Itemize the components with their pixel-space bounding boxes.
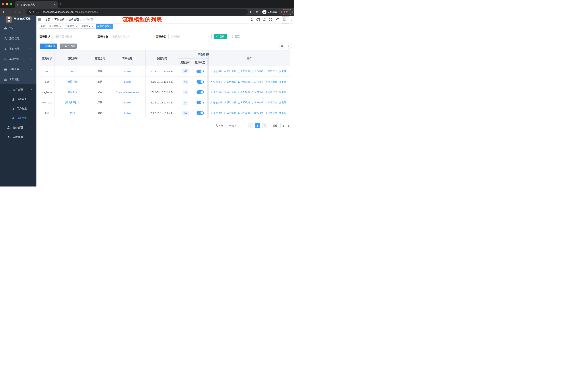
assign-rule-link[interactable]: 分配规则 bbox=[238, 91, 250, 94]
breadcrumb-item[interactable]: 工作流程 bbox=[54, 18, 64, 21]
design-process-link[interactable]: 设计流程 bbox=[224, 70, 236, 73]
process-id-input[interactable] bbox=[52, 34, 96, 39]
publish-process-link[interactable]: 发布流程 bbox=[251, 101, 263, 104]
close-tag-icon[interactable]: ✕ bbox=[110, 25, 112, 28]
sidebar-item-task-mgmt[interactable]: 任务管理 bbox=[0, 123, 36, 132]
model-name-link[interactable]: 滔博 bbox=[54, 108, 91, 118]
sidebar-item-infra[interactable]: 基础设施 bbox=[0, 54, 36, 64]
process-definition-link[interactable]: 流程定义 bbox=[265, 80, 277, 83]
breadcrumb-item[interactable]: 流程管理 bbox=[69, 18, 79, 21]
page-size-select[interactable]: 10条/页 bbox=[227, 123, 243, 128]
version-badge[interactable]: v5 bbox=[183, 90, 188, 94]
form-info-link[interactable]: biubiu bbox=[109, 97, 146, 108]
create-process-button[interactable]: 新建流程 bbox=[40, 43, 57, 49]
font-size-icon[interactable] bbox=[275, 18, 279, 21]
breadcrumb-item[interactable]: 首页 bbox=[45, 18, 50, 21]
process-definition-link[interactable]: 流程定义 bbox=[265, 111, 277, 115]
tab-close-icon[interactable]: ✕ bbox=[53, 3, 56, 6]
reload-button[interactable] bbox=[13, 10, 16, 13]
version-badge[interactable]: v17 bbox=[182, 69, 189, 73]
process-definition-link[interactable]: 流程定义 bbox=[265, 91, 277, 94]
active-toggle[interactable] bbox=[197, 70, 204, 73]
bookmark-star-icon[interactable] bbox=[256, 10, 259, 13]
model-name-link[interactable]: 测试多审批人 bbox=[54, 97, 91, 108]
delete-process-link[interactable]: 删除 bbox=[279, 70, 286, 73]
tag-process-form[interactable]: 流程表单✕ bbox=[80, 24, 95, 29]
edit-process-link[interactable]: 修改流程 bbox=[210, 80, 222, 83]
window-close-button[interactable] bbox=[2, 3, 4, 5]
search-button[interactable]: 搜索 bbox=[214, 34, 227, 39]
refresh-table-button[interactable] bbox=[287, 43, 292, 49]
browser-update-button[interactable]: 更新 bbox=[281, 9, 293, 15]
design-process-link[interactable]: 设计流程 bbox=[224, 101, 236, 104]
publish-process-link[interactable]: 发布流程 bbox=[251, 111, 263, 115]
close-tag-icon[interactable]: ✕ bbox=[75, 25, 77, 28]
category-select[interactable]: 流程分类 bbox=[168, 34, 212, 39]
forward-button[interactable] bbox=[8, 10, 11, 13]
form-info-link[interactable]: biubiu bbox=[109, 108, 146, 118]
search-icon[interactable] bbox=[250, 18, 254, 21]
tag-my-process[interactable]: 我的流程✕ bbox=[64, 24, 79, 29]
delete-process-link[interactable]: 删除 bbox=[279, 111, 286, 115]
edit-process-link[interactable]: 修改流程 bbox=[210, 70, 222, 73]
sidebar-item-user-group[interactable]: 用户分组 bbox=[0, 104, 36, 113]
assign-rule-link[interactable]: 分配规则 bbox=[238, 80, 250, 83]
active-toggle[interactable] bbox=[197, 80, 204, 84]
github-icon[interactable] bbox=[256, 18, 260, 21]
form-info-link[interactable]: biubiu bbox=[109, 77, 146, 87]
assign-rule-link[interactable]: 分配规则 bbox=[238, 70, 250, 73]
design-process-link[interactable]: 设计流程 bbox=[224, 80, 236, 83]
delete-process-link[interactable]: 删除 bbox=[279, 101, 286, 104]
goto-page-input[interactable] bbox=[280, 123, 286, 128]
version-badge[interactable]: v21 bbox=[182, 111, 189, 115]
sidebar-item-system[interactable]: 系统管理 bbox=[0, 33, 36, 44]
assign-rule-link[interactable]: 分配规则 bbox=[238, 101, 250, 104]
window-minimize-button[interactable] bbox=[6, 3, 8, 5]
sidebar-item-process-form[interactable]: 流程表单 bbox=[0, 94, 36, 104]
key-icon[interactable] bbox=[250, 10, 253, 13]
edit-process-link[interactable]: 修改流程 bbox=[210, 101, 222, 104]
avatar-caret-icon[interactable] bbox=[290, 20, 292, 21]
form-info-link[interactable]: /bpm/oa/leave/create bbox=[109, 87, 146, 97]
process-name-input[interactable] bbox=[110, 34, 154, 39]
next-page-button[interactable] bbox=[262, 123, 267, 128]
form-info-link[interactable]: biubiu bbox=[109, 66, 146, 77]
sidebar-item-home[interactable]: 首页 bbox=[0, 23, 36, 33]
tag-tenant[interactable]: 租户管理✕ bbox=[48, 24, 63, 29]
publish-process-link[interactable]: 发布流程 bbox=[251, 70, 263, 73]
active-toggle[interactable] bbox=[197, 111, 204, 115]
help-icon[interactable] bbox=[263, 18, 266, 21]
sidebar-item-process-model[interactable]: 流程模型 bbox=[0, 113, 36, 123]
tag-home[interactable]: 首页 bbox=[39, 24, 47, 29]
sidebar-item-process-mgmt[interactable]: 流程管理 bbox=[0, 85, 36, 94]
publish-process-link[interactable]: 发布流程 bbox=[251, 80, 263, 83]
version-badge[interactable]: v2 bbox=[183, 80, 188, 84]
publish-process-link[interactable]: 发布流程 bbox=[251, 91, 263, 94]
sidebar-item-workflow[interactable]: 工作流程 bbox=[0, 74, 36, 84]
url-bar[interactable]: 不安全 dashboard.yudao.iocoder.cn/bpm/manag… bbox=[26, 9, 248, 15]
import-process-button[interactable]: 导入流程 bbox=[60, 43, 77, 49]
new-tab-button[interactable] bbox=[59, 3, 62, 5]
show-search-button[interactable] bbox=[279, 43, 285, 49]
current-page-button[interactable]: 1 bbox=[255, 123, 260, 128]
fullscreen-icon[interactable] bbox=[269, 18, 273, 21]
avatar[interactable] bbox=[282, 16, 289, 24]
close-tag-icon[interactable]: ✕ bbox=[59, 25, 61, 28]
sidebar-item-devtools[interactable]: 研发工具 bbox=[0, 64, 36, 74]
home-button[interactable] bbox=[19, 10, 22, 13]
delete-process-link[interactable]: 删除 bbox=[279, 91, 286, 94]
design-process-link[interactable]: 设计流程 bbox=[224, 91, 236, 94]
sidebar-item-payment[interactable]: 支付管理 bbox=[0, 44, 36, 54]
process-definition-link[interactable]: 流程定义 bbox=[265, 101, 277, 104]
browser-tab[interactable]: 芋道管理系统 ✕ bbox=[15, 1, 58, 8]
edit-process-link[interactable]: 修改流程 bbox=[210, 111, 222, 115]
model-name-link[interactable]: OA 请假 bbox=[54, 87, 91, 97]
edit-process-link[interactable]: 修改流程 bbox=[210, 91, 222, 94]
design-process-link[interactable]: 设计流程 bbox=[224, 111, 236, 115]
window-zoom-button[interactable] bbox=[10, 3, 12, 5]
tag-process-model[interactable]: 流程模型✕ bbox=[96, 24, 113, 29]
sidebar-collapse-icon[interactable] bbox=[38, 18, 41, 21]
model-name-link[interactable]: eeee bbox=[54, 66, 91, 77]
back-button[interactable] bbox=[2, 10, 5, 13]
assign-rule-link[interactable]: 分配规则 bbox=[238, 111, 250, 115]
